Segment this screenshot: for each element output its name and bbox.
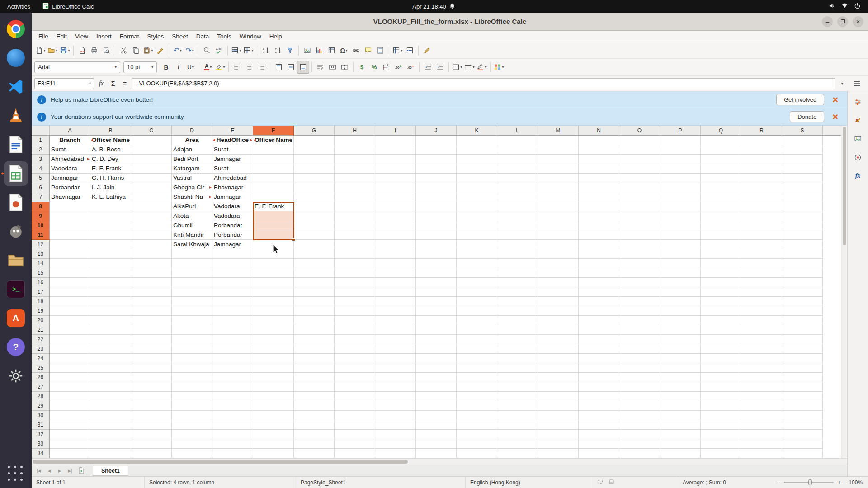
cell-Q22[interactable]: [701, 335, 741, 344]
cell-A17[interactable]: [50, 287, 90, 297]
cell-D31[interactable]: [172, 420, 212, 430]
menu-insert[interactable]: Insert: [92, 32, 116, 41]
cell-E30[interactable]: [212, 411, 253, 420]
cell-J5[interactable]: [416, 174, 457, 183]
cell-K18[interactable]: [457, 297, 497, 306]
row-header-24[interactable]: 24: [32, 354, 50, 363]
sidebar-functions-button[interactable]: fx: [851, 169, 865, 183]
dropdown-arrow-icon[interactable]: ▾: [210, 65, 212, 69]
format-percent-button[interactable]: %: [368, 61, 380, 74]
cell-N7[interactable]: [579, 192, 619, 202]
row-header-22[interactable]: 22: [32, 335, 50, 344]
cell-L30[interactable]: [497, 411, 538, 420]
print-button[interactable]: [88, 44, 100, 57]
cell-B30[interactable]: [90, 411, 131, 420]
dock-item-files[interactable]: [0, 246, 32, 275]
cell-C15[interactable]: [131, 268, 172, 278]
cell-M5[interactable]: [538, 174, 579, 183]
cell-O25[interactable]: [619, 363, 660, 373]
cell-H16[interactable]: [335, 278, 375, 287]
cell-L33[interactable]: [497, 439, 538, 449]
cell-Q32[interactable]: [701, 430, 741, 439]
cell-I3[interactable]: [375, 155, 416, 164]
cell-J18[interactable]: [416, 297, 457, 306]
get-involved-button[interactable]: Get involved: [776, 94, 824, 105]
cell-B12[interactable]: [90, 240, 131, 249]
cell-D32[interactable]: [172, 430, 212, 439]
cell-J20[interactable]: [416, 316, 457, 325]
cell-A5[interactable]: Jamnagar: [50, 174, 90, 183]
cell-B4[interactable]: E. F. Frank: [90, 164, 131, 174]
cell-H17[interactable]: [335, 287, 375, 297]
cell-K33[interactable]: [457, 439, 497, 449]
cell-N16[interactable]: [579, 278, 619, 287]
cell-G7[interactable]: [294, 192, 335, 202]
cell-J19[interactable]: [416, 306, 457, 316]
cell-C29[interactable]: [131, 401, 172, 411]
new-document-button[interactable]: ▾: [34, 44, 47, 57]
cell-S9[interactable]: [782, 211, 823, 221]
cell-Q23[interactable]: [701, 344, 741, 354]
cell-K30[interactable]: [457, 411, 497, 420]
cell-P16[interactable]: [660, 278, 701, 287]
cell-K1[interactable]: [457, 136, 497, 145]
name-box[interactable]: F8:F11▾: [34, 78, 94, 89]
column-header-N[interactable]: N: [579, 126, 619, 136]
row-header-7[interactable]: 7: [32, 192, 50, 202]
underline-button[interactable]: U▾: [184, 61, 197, 74]
cell-A26[interactable]: [50, 373, 90, 382]
cell-R5[interactable]: [741, 174, 782, 183]
sidebar-navigator-button[interactable]: [851, 150, 865, 164]
cell-H11[interactable]: [335, 230, 375, 240]
cell-E19[interactable]: [212, 306, 253, 316]
close-icon[interactable]: ×: [832, 112, 838, 122]
menu-tools[interactable]: Tools: [213, 32, 236, 41]
cell-A19[interactable]: [50, 306, 90, 316]
cell-G22[interactable]: [294, 335, 335, 344]
cell-E10[interactable]: Porbandar: [212, 221, 253, 230]
cell-Q10[interactable]: [701, 221, 741, 230]
row-header-19[interactable]: 19: [32, 306, 50, 316]
cell-C19[interactable]: [131, 306, 172, 316]
chevron-down-icon[interactable]: ▾: [148, 65, 153, 69]
cell-P24[interactable]: [660, 354, 701, 363]
cell-L18[interactable]: [497, 297, 538, 306]
cell-C31[interactable]: [131, 420, 172, 430]
cell-N8[interactable]: [579, 202, 619, 211]
cell-L15[interactable]: [497, 268, 538, 278]
cell-D27[interactable]: [172, 382, 212, 392]
cell-I7[interactable]: [375, 192, 416, 202]
cell-O8[interactable]: [619, 202, 660, 211]
cell-E17[interactable]: [212, 287, 253, 297]
cell-A25[interactable]: [50, 363, 90, 373]
cell-M20[interactable]: [538, 316, 579, 325]
cell-L28[interactable]: [497, 392, 538, 401]
redo-button[interactable]: ↷▾: [184, 44, 196, 57]
status-language[interactable]: English (Hong Kong): [466, 477, 592, 488]
cell-A27[interactable]: [50, 382, 90, 392]
cell-F14[interactable]: [253, 259, 294, 268]
cell-G14[interactable]: [294, 259, 335, 268]
format-currency-button[interactable]: $: [356, 61, 368, 74]
cell-N12[interactable]: [579, 240, 619, 249]
cell-P31[interactable]: [660, 420, 701, 430]
cell-S34[interactable]: [782, 449, 823, 458]
cell-P14[interactable]: [660, 259, 701, 268]
row-header-23[interactable]: 23: [32, 344, 50, 354]
row-header-30[interactable]: 30: [32, 411, 50, 420]
cell-K15[interactable]: [457, 268, 497, 278]
cell-B10[interactable]: [90, 221, 131, 230]
cell-P27[interactable]: [660, 382, 701, 392]
cell-Q25[interactable]: [701, 363, 741, 373]
cell-L10[interactable]: [497, 221, 538, 230]
cell-K28[interactable]: [457, 392, 497, 401]
cell-J10[interactable]: [416, 221, 457, 230]
cell-D8[interactable]: AlkaPuri: [172, 202, 212, 211]
cell-E22[interactable]: [212, 335, 253, 344]
cell-M6[interactable]: [538, 183, 579, 192]
cell-I17[interactable]: [375, 287, 416, 297]
dock-item-settings[interactable]: [0, 361, 32, 390]
sidebar-properties-button[interactable]: [851, 95, 865, 108]
cell-R29[interactable]: [741, 401, 782, 411]
cell-F27[interactable]: [253, 382, 294, 392]
